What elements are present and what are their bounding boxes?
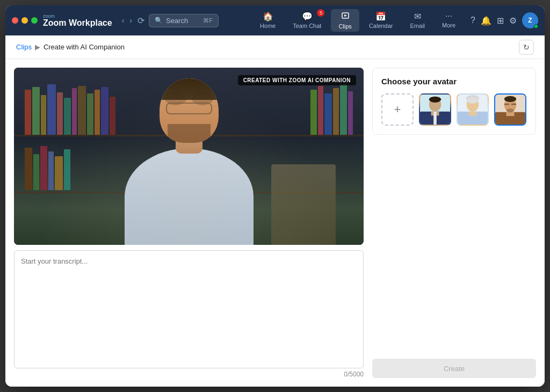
minimize-button[interactable] [21,17,28,24]
tab-email-label: Email [410,23,425,29]
svg-point-7 [429,97,441,103]
title-bar: zoom Zoom Workplace ‹ › ⟳ 🔍 Search ⌘F 🏠 … [5,5,545,35]
avatar-option-2[interactable] [457,93,489,126]
back-button[interactable]: ‹ [120,15,127,26]
tab-calendar[interactable]: 📅 Calendar [361,9,401,32]
right-icons: ? 🔔 ⊞ ⚙ Z [471,12,538,28]
forward-button[interactable]: › [127,15,134,26]
svg-point-21 [506,108,515,112]
tab-clips-label: Clips [338,23,351,30]
tab-teamchat-label: Team Chat [293,23,321,29]
svg-point-13 [467,98,479,104]
ai-companion-badge: CREATED WITH ZOOM AI COMPANION [238,75,356,85]
left-panel: CREATED WITH ZOOM AI COMPANION 0/5000 [14,68,364,378]
close-button[interactable] [12,17,18,24]
breadcrumb-current: Create with AI Companion [44,43,125,51]
maximize-button[interactable] [31,17,38,24]
tab-home[interactable]: 🏠 Home [252,9,283,32]
avatar-section: Choose your avatar + [372,68,536,135]
home-icon: 🏠 [263,11,273,21]
svg-marker-1 [344,14,347,17]
transcript-input[interactable] [14,250,364,368]
content-area: Clips ▶ Create with AI Companion ↻ [5,35,545,387]
avatar-1-image [420,95,450,125]
search-shortcut: ⌘F [203,17,213,24]
breadcrumb-separator: ▶ [35,43,40,51]
breadcrumb-bar: Clips ▶ Create with AI Companion ↻ [5,35,545,59]
svg-rect-6 [433,112,437,125]
tab-home-label: Home [260,23,276,29]
window-controls [12,17,38,24]
avatar-section-title: Choose your avatar [381,77,527,86]
avatar-option-3[interactable] [494,93,526,126]
transcript-area: 0/5000 [14,250,364,378]
create-button[interactable]: Create [372,359,536,378]
svg-rect-19 [504,104,509,105]
transcript-counter: 0/5000 [14,371,364,378]
logo-text: zoom Zoom Workplace [43,14,112,27]
teamchat-badge: 5 [317,9,324,17]
nav-tabs: 🏠 Home 5 💬 Team Chat Clips [252,9,463,32]
history-button[interactable]: ⟳ [138,16,144,26]
right-panel: Choose your avatar + [372,68,536,378]
svg-rect-20 [511,104,516,105]
video-preview: CREATED WITH ZOOM AI COMPANION [14,68,364,245]
refresh-button[interactable]: ↻ [519,40,534,55]
calendar-icon: 📅 [375,11,386,21]
tab-more[interactable]: ··· More [435,9,463,32]
notification-icon[interactable]: 🔔 [481,16,491,26]
right-bottom: Create [372,143,536,378]
tab-email[interactable]: ✉ Email [403,9,433,32]
breadcrumb: Clips ▶ Create with AI Companion [16,43,125,51]
avatar-3-image [495,95,525,125]
svg-point-18 [504,96,516,102]
search-bar[interactable]: 🔍 Search ⌘F [149,14,219,27]
user-avatar[interactable]: Z [522,12,538,28]
avatar-2-image [458,95,488,125]
more-icon: ··· [445,11,452,21]
search-label: Search [166,17,200,25]
svg-rect-11 [469,112,477,115]
teamchat-icon: 💬 [302,11,313,21]
logo-workplace-label: Zoom Workplace [43,19,112,27]
grid-icon[interactable]: ⊞ [497,16,504,26]
settings-icon[interactable]: ⚙ [509,16,517,26]
email-icon: ✉ [414,11,421,21]
plus-icon: + [394,103,401,117]
tab-teamchat[interactable]: 5 💬 Team Chat [285,9,329,32]
online-indicator [534,24,538,28]
svg-rect-17 [506,112,515,116]
search-icon: 🔍 [155,17,163,24]
avatar-add-button[interactable]: + [381,93,414,126]
tab-clips[interactable]: Clips [331,9,359,32]
help-icon[interactable]: ? [471,16,475,25]
app-window: zoom Zoom Workplace ‹ › ⟳ 🔍 Search ⌘F 🏠 … [5,5,545,387]
avatar-grid: + [381,93,527,126]
main-content: CREATED WITH ZOOM AI COMPANION 0/5000 Ch… [5,59,545,387]
clips-icon [341,11,350,22]
breadcrumb-clips-link[interactable]: Clips [16,43,32,51]
logo-area: zoom Zoom Workplace [43,14,112,27]
tab-calendar-label: Calendar [369,23,393,29]
avatar-option-1[interactable] [419,93,451,126]
tab-more-label: More [442,22,455,28]
nav-arrows: ‹ › [120,15,134,26]
